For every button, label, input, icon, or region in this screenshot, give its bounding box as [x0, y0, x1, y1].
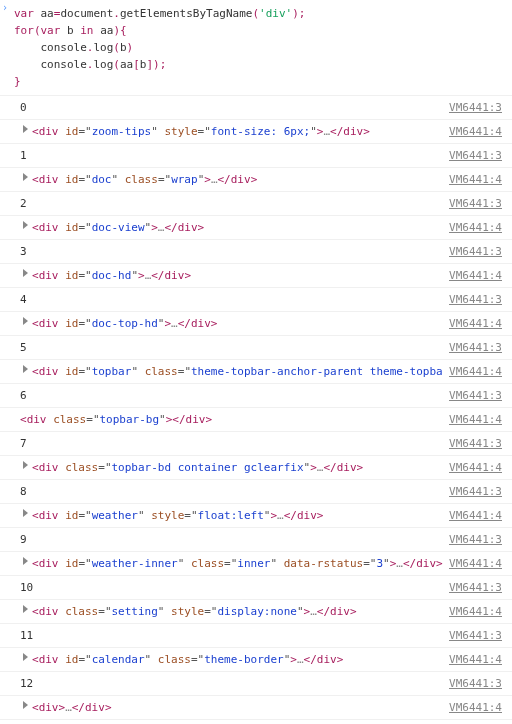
source-link[interactable]: VM6441:3 [449, 627, 502, 644]
log-element[interactable]: <div id="calendar" class="theme-border">… [0, 650, 512, 669]
expand-triangle-icon[interactable] [23, 605, 28, 613]
log-index: 2VM6441:3 [0, 194, 512, 213]
log-index: 3VM6441:3 [0, 242, 512, 261]
source-link[interactable]: VM6441:3 [449, 243, 502, 260]
index-value: 4 [20, 291, 443, 308]
element-markup: <div class="topbar-bg"></div> [20, 411, 443, 428]
log-index: 10VM6441:3 [0, 578, 512, 597]
index-value: 9 [20, 531, 443, 548]
expand-triangle-icon[interactable] [23, 317, 28, 325]
element-markup: <div class="setting" style="display:none… [32, 603, 443, 620]
index-value: 5 [20, 339, 443, 356]
element-markup: <div>…</div> [32, 699, 443, 716]
log-element[interactable]: <div id="doc-view">…</div>VM6441:4 [0, 218, 512, 237]
log-index: 11VM6441:3 [0, 626, 512, 645]
log-element[interactable]: <div id="doc-hd">…</div>VM6441:4 [0, 266, 512, 285]
index-value: 6 [20, 387, 443, 404]
log-element[interactable]: <div class="topbar-bg"></div>VM6441:4 [0, 410, 512, 429]
element-markup: <div id="doc-view">…</div> [32, 219, 443, 236]
input-code: var aa=document.getElementsByTagName('di… [0, 2, 512, 93]
source-link[interactable]: VM6441:3 [449, 387, 502, 404]
index-value: 3 [20, 243, 443, 260]
element-markup: <div id="weather-inner" class="inner" da… [32, 555, 443, 572]
element-markup: <div id="weather" style="float:left">…</… [32, 507, 443, 524]
log-element[interactable]: <div>…</div>VM6441:4 [0, 698, 512, 717]
source-link[interactable]: VM6441:4 [449, 123, 502, 140]
element-markup: <div id="zoom-tips" style="font-size: 6p… [32, 123, 443, 140]
console-panel[interactable]: › var aa=document.getElementsByTagName('… [0, 0, 512, 724]
input-row: › var aa=document.getElementsByTagName('… [0, 0, 512, 96]
source-link[interactable]: VM6441:4 [449, 603, 502, 620]
element-markup: <div id="doc-top-hd">…</div> [32, 315, 443, 332]
log-output: 0VM6441:3<div id="zoom-tips" style="font… [0, 96, 512, 724]
prompt-chevron-icon: › [2, 2, 8, 13]
source-link[interactable]: VM6441:4 [449, 699, 502, 716]
index-value: 10 [20, 579, 443, 596]
source-link[interactable]: VM6441:3 [449, 147, 502, 164]
expand-triangle-icon[interactable] [23, 221, 28, 229]
index-value: 0 [20, 99, 443, 116]
source-link[interactable]: VM6441:3 [449, 99, 502, 116]
source-link[interactable]: VM6441:4 [449, 171, 502, 188]
element-markup: <div id="doc-hd">…</div> [32, 267, 443, 284]
element-markup: <div id="doc" class="wrap">…</div> [32, 171, 443, 188]
log-index: 4VM6441:3 [0, 290, 512, 309]
log-index: 7VM6441:3 [0, 434, 512, 453]
index-value: 12 [20, 675, 443, 692]
source-link[interactable]: VM6441:3 [449, 339, 502, 356]
expand-triangle-icon[interactable] [23, 653, 28, 661]
source-link[interactable]: VM6441:3 [449, 531, 502, 548]
element-markup: <div class="topbar-bd container gclearfi… [32, 459, 443, 476]
log-index: 5VM6441:3 [0, 338, 512, 357]
log-element[interactable]: <div id="zoom-tips" style="font-size: 6p… [0, 122, 512, 141]
source-link[interactable]: VM6441:3 [449, 579, 502, 596]
expand-triangle-icon[interactable] [23, 509, 28, 517]
expand-triangle-icon[interactable] [23, 701, 28, 709]
expand-triangle-icon[interactable] [23, 269, 28, 277]
log-element[interactable]: <div class="topbar-bd container gclearfi… [0, 458, 512, 477]
index-value: 7 [20, 435, 443, 452]
expand-triangle-icon[interactable] [23, 557, 28, 565]
expand-triangle-icon[interactable] [23, 461, 28, 469]
log-element[interactable]: <div id="weather-inner" class="inner" da… [0, 554, 512, 573]
log-index: 6VM6441:3 [0, 386, 512, 405]
source-link[interactable]: VM6441:4 [449, 315, 502, 332]
source-link[interactable]: VM6441:4 [449, 267, 502, 284]
expand-triangle-icon[interactable] [23, 125, 28, 133]
index-value: 8 [20, 483, 443, 500]
log-element[interactable]: <div class="setting" style="display:none… [0, 602, 512, 621]
log-index: 0VM6441:3 [0, 98, 512, 117]
source-link[interactable]: VM6441:4 [449, 459, 502, 476]
index-value: 2 [20, 195, 443, 212]
source-link[interactable]: VM6441:4 [449, 651, 502, 668]
source-link[interactable]: VM6441:4 [449, 507, 502, 524]
log-index: 8VM6441:3 [0, 482, 512, 501]
source-link[interactable]: VM6441:4 [449, 555, 502, 572]
source-link[interactable]: VM6441:3 [449, 675, 502, 692]
log-element[interactable]: <div id="weather" style="float:left">…</… [0, 506, 512, 525]
log-index: 12VM6441:3 [0, 674, 512, 693]
expand-triangle-icon[interactable] [23, 173, 28, 181]
source-link[interactable]: VM6441:3 [449, 483, 502, 500]
source-link[interactable]: VM6441:3 [449, 195, 502, 212]
source-link[interactable]: VM6441:3 [449, 291, 502, 308]
log-element[interactable]: <div id="doc" class="wrap">…</div>VM6441… [0, 170, 512, 189]
source-link[interactable]: VM6441:4 [449, 411, 502, 428]
log-element[interactable]: <div id="topbar" class="theme-topbar-anc… [0, 362, 512, 381]
element-markup: <div id="topbar" class="theme-topbar-anc… [32, 363, 443, 380]
element-markup: <div id="calendar" class="theme-border">… [32, 651, 443, 668]
log-element[interactable]: <div id="doc-top-hd">…</div>VM6441:4 [0, 314, 512, 333]
index-value: 11 [20, 627, 443, 644]
source-link[interactable]: VM6441:4 [449, 363, 502, 380]
source-link[interactable]: VM6441:4 [449, 219, 502, 236]
expand-triangle-icon[interactable] [23, 365, 28, 373]
log-index: 9VM6441:3 [0, 530, 512, 549]
source-link[interactable]: VM6441:3 [449, 435, 502, 452]
index-value: 1 [20, 147, 443, 164]
log-index: 1VM6441:3 [0, 146, 512, 165]
